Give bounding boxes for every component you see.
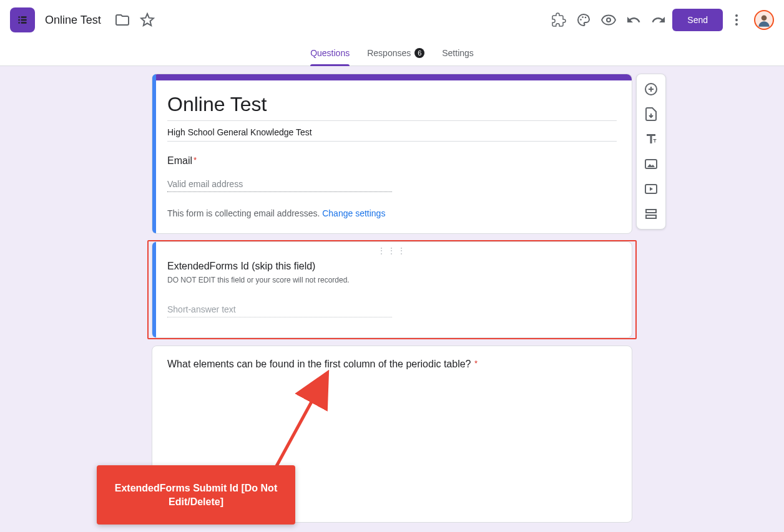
more-button[interactable] [724, 7, 749, 32]
tab-label: Settings [442, 48, 474, 58]
tabs-row: Questions Responses 6 Settings [0, 40, 784, 66]
svg-rect-18 [646, 215, 656, 218]
import-icon [644, 107, 659, 122]
account-avatar[interactable] [754, 10, 774, 30]
collecting-note: This form is collecting email addresses.… [167, 208, 617, 218]
svg-point-12 [735, 23, 738, 26]
section-icon [644, 206, 659, 221]
add-image-button[interactable] [640, 153, 662, 175]
question-title[interactable]: ExtendedForms Id (skip this field) [167, 261, 617, 272]
add-question-button[interactable] [640, 78, 662, 100]
plus-circle-icon [644, 82, 659, 97]
question-card-extendedforms[interactable]: ⋮⋮⋮ ExtendedForms Id (skip this field) D… [152, 241, 632, 338]
drag-handle[interactable]: ⋮⋮⋮ [152, 242, 632, 257]
more-vert-icon [729, 12, 744, 27]
svg-point-11 [735, 19, 738, 21]
text-icon [644, 132, 659, 147]
email-input-preview: Valid email address [167, 175, 392, 192]
question-description[interactable]: DO NOT EDIT this field or your score wil… [167, 276, 617, 284]
svg-rect-3 [21, 19, 27, 21]
document-title[interactable]: Online Test [45, 14, 101, 27]
palette-icon [576, 12, 591, 27]
svg-point-6 [580, 19, 582, 21]
svg-rect-17 [646, 210, 656, 213]
import-questions-button[interactable] [640, 103, 662, 125]
svg-point-10 [735, 14, 738, 17]
person-icon [756, 12, 772, 28]
svg-rect-0 [18, 16, 20, 18]
required-star: * [194, 155, 197, 165]
collecting-note-text: This form is collecting email addresses. [167, 208, 322, 218]
form-description[interactable]: High School General Knowledge Test [167, 121, 617, 142]
addons-button[interactable] [546, 7, 571, 32]
send-button[interactable]: Send [672, 9, 723, 31]
change-settings-link[interactable]: Change settings [322, 208, 385, 218]
star-button[interactable] [135, 7, 160, 32]
form-title[interactable]: Online Test [167, 93, 617, 119]
annotation-callout: ExtendedForms Submit Id [Do Not Edit/Del… [97, 465, 295, 525]
svg-point-8 [585, 17, 587, 19]
form-header-card[interactable]: Online Test High School General Knowledg… [152, 74, 632, 234]
tab-settings[interactable]: Settings [442, 40, 474, 66]
question-title[interactable]: What elements can be found in the first … [167, 359, 617, 370]
svg-rect-1 [21, 16, 27, 18]
theme-button[interactable] [571, 7, 596, 32]
folder-icon [115, 12, 130, 27]
puzzle-icon [551, 12, 566, 27]
add-section-button[interactable] [640, 203, 662, 225]
svg-point-9 [607, 18, 610, 22]
video-icon [644, 181, 659, 196]
card-left-accent [152, 74, 156, 233]
svg-point-7 [582, 16, 584, 18]
add-title-button[interactable] [640, 128, 662, 150]
undo-button[interactable] [621, 7, 646, 32]
content-area: Online Test High School General Knowledg… [0, 66, 784, 523]
forms-logo[interactable] [10, 7, 35, 32]
tab-responses[interactable]: Responses 6 [367, 40, 424, 66]
responses-count-badge: 6 [414, 48, 424, 58]
card-left-accent [152, 242, 156, 337]
question-title-text: What elements can be found in the first … [167, 359, 471, 369]
add-video-button[interactable] [640, 178, 662, 200]
tab-questions[interactable]: Questions [310, 40, 350, 66]
tab-label: Questions [310, 48, 350, 58]
tab-label: Responses [367, 48, 411, 58]
card-accent [152, 74, 632, 80]
redo-button[interactable] [646, 7, 671, 32]
svg-point-13 [762, 15, 767, 21]
form-icon [16, 14, 29, 26]
svg-rect-5 [21, 22, 27, 24]
undo-icon [626, 12, 641, 27]
svg-rect-4 [18, 22, 20, 24]
redo-icon [651, 12, 666, 27]
preview-button[interactable] [596, 7, 621, 32]
form-canvas: Online Test High School General Knowledg… [152, 74, 632, 523]
question-toolbar [636, 74, 666, 230]
image-icon [644, 157, 659, 172]
star-icon [140, 12, 155, 27]
eye-icon [601, 12, 616, 27]
move-to-folder-button[interactable] [110, 7, 135, 32]
callout-text: ExtendedForms Submit Id [Do Not Edit/Del… [115, 483, 277, 507]
app-header: Online Test Send [0, 0, 784, 40]
short-answer-preview: Short-answer text [167, 302, 392, 317]
required-star: * [473, 359, 478, 368]
email-label-text: Email [167, 155, 192, 166]
email-label: Email* [167, 155, 617, 167]
svg-rect-2 [18, 19, 20, 21]
